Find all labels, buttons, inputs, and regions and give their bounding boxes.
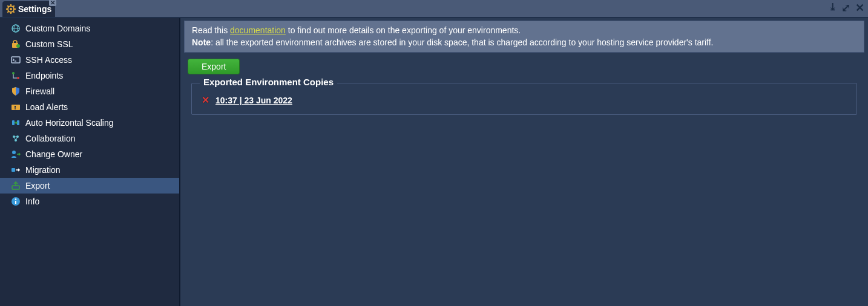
- sidebar-item-change-owner[interactable]: Change Owner: [0, 146, 179, 162]
- svg-point-1: [10, 8, 12, 10]
- sidebar-item-label: Custom SSL: [25, 39, 73, 49]
- banner-post: to find out more details on the exportin…: [286, 25, 521, 35]
- export-icon: [11, 181, 21, 190]
- section-title: Exported Environment Copies: [200, 77, 337, 87]
- tab-settings[interactable]: Settings ✕: [2, 1, 55, 17]
- sidebar-item-label: Collaboration: [25, 134, 76, 143]
- sidebar-item-label: Endpoints: [25, 71, 63, 80]
- close-icon[interactable]: ✕: [855, 2, 864, 13]
- endpoint-icon: [11, 71, 21, 80]
- svg-point-33: [15, 198, 16, 200]
- migrate-icon: [11, 165, 21, 175]
- sidebar-item-firewall[interactable]: Firewall: [0, 83, 179, 99]
- sidebar: Custom DomainsCustom SSLSSH AccessEndpoi…: [0, 18, 180, 306]
- shield-icon: [11, 86, 21, 96]
- sidebar-item-label: Export: [25, 181, 50, 190]
- svg-point-15: [16, 44, 20, 48]
- svg-line-6: [7, 5, 8, 7]
- sidebar-item-ssh-access[interactable]: SSH Access: [0, 52, 179, 68]
- exported-copy-row: ✕10:37 | 23 Jun 2022: [199, 93, 849, 107]
- download-icon[interactable]: ⤓: [829, 2, 837, 13]
- sidebar-item-endpoints[interactable]: Endpoints: [0, 68, 179, 83]
- gear-icon: [6, 4, 16, 14]
- svg-rect-29: [12, 168, 15, 172]
- svg-line-7: [13, 11, 15, 13]
- delete-copy-icon[interactable]: ✕: [202, 94, 209, 106]
- sidebar-item-label: Load Alerts: [25, 102, 68, 112]
- sidebar-item-load-alerts[interactable]: Load Alerts: [0, 99, 179, 115]
- sidebar-item-custom-domains[interactable]: Custom Domains: [0, 21, 179, 36]
- info-banner: Read this documentation to find out more…: [184, 21, 864, 53]
- sidebar-item-custom-ssl[interactable]: Custom SSL: [0, 36, 179, 52]
- owner-icon: [11, 149, 21, 159]
- sidebar-item-export[interactable]: Export: [0, 178, 179, 194]
- sidebar-item-auto-horizontal-scaling[interactable]: Auto Horizontal Scaling: [0, 115, 179, 131]
- terminal-icon: [11, 55, 21, 65]
- alert-icon: [11, 102, 21, 112]
- svg-point-18: [12, 72, 15, 74]
- svg-point-22: [15, 108, 16, 109]
- svg-rect-32: [15, 201, 16, 204]
- svg-line-9: [13, 5, 15, 7]
- info-icon: [11, 197, 21, 206]
- banner-note-label: Note: [192, 37, 211, 47]
- svg-rect-16: [12, 57, 20, 63]
- exported-copy-link[interactable]: 10:37 | 23 Jun 2022: [215, 96, 292, 105]
- sidebar-item-collaboration[interactable]: Collaboration: [0, 131, 179, 146]
- maximize-icon[interactable]: ⤢: [841, 2, 850, 13]
- globe-icon: [11, 24, 21, 33]
- sidebar-item-label: Custom Domains: [25, 24, 90, 33]
- exported-copies-section: ✕10:37 | 23 Jun 2022: [191, 83, 857, 115]
- tab-title: Settings: [18, 4, 51, 14]
- sidebar-item-label: Firewall: [25, 86, 54, 96]
- sidebar-item-label: Auto Horizontal Scaling: [25, 118, 114, 128]
- lock-icon: [11, 39, 21, 49]
- sidebar-item-migration[interactable]: Migration: [0, 162, 179, 178]
- documentation-link[interactable]: documentation: [230, 25, 286, 35]
- banner-pre: Read this: [192, 25, 230, 35]
- collab-icon: [11, 134, 21, 143]
- sidebar-item-label: Change Owner: [25, 149, 82, 159]
- sidebar-item-label: Info: [25, 197, 39, 206]
- svg-rect-21: [15, 106, 16, 108]
- banner-note-text: : all the exported environment archives …: [211, 37, 713, 47]
- export-button[interactable]: Export: [188, 59, 240, 74]
- scale-icon: [11, 118, 21, 128]
- sidebar-item-label: SSH Access: [25, 55, 72, 65]
- main-panel: Read this documentation to find out more…: [180, 18, 868, 306]
- tab-close-icon[interactable]: ✕: [49, 0, 56, 6]
- svg-line-8: [7, 11, 8, 13]
- svg-point-28: [12, 151, 16, 154]
- svg-point-19: [17, 77, 19, 79]
- sidebar-item-info[interactable]: Info: [0, 194, 179, 209]
- svg-rect-23: [12, 120, 15, 125]
- sidebar-item-label: Migration: [25, 165, 61, 175]
